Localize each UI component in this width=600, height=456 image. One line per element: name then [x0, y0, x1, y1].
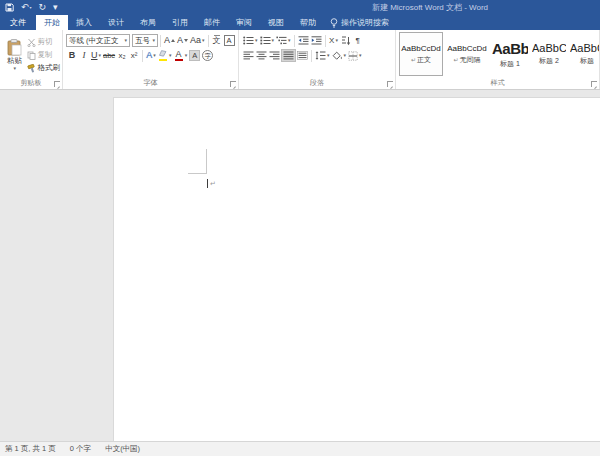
character-shading-button[interactable]: A — [188, 49, 201, 62]
text-highlight-button[interactable]: ▾ — [157, 49, 173, 62]
style-heading1[interactable]: AaBbC 标题 1 — [491, 32, 529, 76]
shrink-arrow-icon — [184, 39, 188, 42]
change-case-dropdown-icon[interactable]: ▾ — [202, 38, 205, 43]
bullets-dropdown-icon[interactable]: ▾ — [255, 38, 258, 43]
styles-dialog-launcher[interactable] — [591, 81, 597, 87]
shading-button[interactable]: ▾ — [331, 49, 348, 62]
distribute-button[interactable] — [296, 49, 309, 62]
style-title[interactable]: AaBbC 标题 — [569, 32, 600, 76]
tab-insert[interactable]: 插入 — [68, 15, 100, 30]
style-normal[interactable]: AaBbCcDd ↵正文 — [399, 32, 443, 76]
paragraph-dialog-launcher[interactable] — [387, 81, 393, 87]
align-right-button[interactable] — [268, 49, 281, 62]
style-preview: AaBbCcDd — [401, 44, 441, 53]
clipboard-dialog-launcher[interactable] — [54, 81, 60, 87]
multilevel-list-icon — [276, 36, 287, 45]
shading-bucket-icon — [332, 51, 343, 61]
font-size-value: 五号 — [135, 36, 150, 46]
paste-dropdown-icon[interactable]: ▾ — [13, 66, 16, 71]
style-label: 标题 1 — [500, 59, 520, 69]
tab-references[interactable]: 引用 — [164, 15, 196, 30]
tab-home[interactable]: 开始 — [36, 15, 68, 30]
align-center-button[interactable] — [255, 49, 268, 62]
tab-mailings[interactable]: 邮件 — [196, 15, 228, 30]
distribute-icon — [297, 51, 308, 60]
format-painter-icon — [27, 64, 36, 73]
strikethrough-button[interactable]: abc — [102, 49, 116, 62]
undo-dropdown-icon[interactable]: ▾ — [30, 6, 32, 10]
page-number-indicator[interactable]: 第 1 页, 共 1 页 — [5, 444, 56, 454]
character-border-button[interactable]: A — [223, 34, 236, 47]
customize-quick-access-button[interactable]: ▾ — [53, 3, 58, 12]
language-indicator[interactable]: 中文(中国) — [105, 444, 140, 454]
shrink-font-button[interactable]: A — [176, 34, 189, 47]
font-color-button[interactable]: A ▾ — [173, 49, 189, 62]
save-button[interactable] — [5, 3, 14, 12]
font-color-dropdown-icon[interactable]: ▾ — [185, 53, 188, 58]
grow-arrow-icon — [171, 39, 175, 42]
text-effects-dropdown-icon[interactable]: ▾ — [153, 53, 156, 58]
enclose-characters-button[interactable]: 字 — [201, 49, 214, 62]
undo-icon: ↶ — [21, 3, 29, 12]
tab-layout[interactable]: 布局 — [132, 15, 164, 30]
font-name-combo[interactable]: 等线 (中文正文 ▾ — [66, 34, 130, 47]
cut-button[interactable]: 剪切 — [27, 36, 61, 49]
style-heading2[interactable]: AaBbC 标题 2 — [531, 32, 567, 76]
tell-me-search[interactable]: 操作说明搜索 — [330, 15, 389, 30]
superscript-button[interactable]: x² — [128, 49, 140, 62]
word-count-indicator[interactable]: 0 个字 — [70, 444, 91, 454]
multilevel-list-button[interactable]: ▾ — [275, 34, 292, 47]
redo-button[interactable]: ↻ — [39, 3, 47, 12]
justify-button[interactable] — [281, 49, 296, 62]
line-spacing-dropdown-icon[interactable]: ▾ — [327, 53, 330, 58]
phonetic-guide-button[interactable]: 文 — [211, 34, 223, 47]
bold-button[interactable]: B — [66, 49, 78, 62]
borders-button[interactable]: ▾ — [347, 49, 363, 62]
subscript-button[interactable]: x₂ — [116, 49, 128, 62]
tab-view[interactable]: 视图 — [260, 15, 292, 30]
italic-button[interactable]: I — [78, 49, 90, 62]
style-preview: AaBbC — [532, 42, 566, 54]
highlight-dropdown-icon[interactable]: ▾ — [169, 53, 172, 58]
margin-crop-mark-horizontal — [188, 173, 207, 174]
clipboard-group-label: 剪贴板 — [0, 78, 62, 88]
copy-button[interactable]: 复制 — [27, 49, 61, 62]
style-preview: AaBbCcDd — [447, 44, 487, 53]
undo-button[interactable]: ↶ ▾ — [21, 3, 32, 12]
line-spacing-button[interactable]: ▾ — [314, 49, 331, 62]
borders-dropdown-icon[interactable]: ▾ — [359, 53, 362, 58]
decrease-indent-button[interactable] — [297, 34, 310, 47]
tab-design[interactable]: 设计 — [100, 15, 132, 30]
font-size-combo[interactable]: 五号 ▾ — [132, 34, 158, 47]
paragraph-group-label: 段落 — [239, 78, 395, 88]
font-dialog-launcher[interactable] — [230, 81, 236, 87]
numbering-dropdown-icon[interactable]: ▾ — [272, 38, 275, 43]
document-page[interactable]: ↵ — [113, 97, 600, 441]
style-preview: AaBbC — [492, 40, 528, 57]
format-painter-button[interactable]: 格式刷 — [27, 62, 61, 75]
tab-help[interactable]: 帮助 — [292, 15, 324, 30]
numbering-button[interactable]: ▾ — [259, 34, 276, 47]
grow-font-button[interactable]: A — [163, 34, 176, 47]
show-hide-marks-button[interactable]: ¶ — [352, 34, 364, 47]
asian-layout-dropdown-icon[interactable]: ▾ — [335, 38, 338, 43]
shrink-font-glyph: A — [177, 36, 183, 45]
style-no-spacing[interactable]: AaBbCcDd ↵无间隔 — [445, 32, 489, 76]
multilevel-dropdown-icon[interactable]: ▾ — [288, 38, 291, 43]
increase-indent-button[interactable] — [310, 34, 323, 47]
underline-dropdown-icon[interactable]: ▾ — [99, 53, 102, 58]
underline-button[interactable]: U ▾ — [90, 49, 102, 62]
asian-layout-button[interactable]: X ▾ — [328, 34, 340, 47]
sort-button[interactable] — [340, 34, 352, 47]
shading-dropdown-icon[interactable]: ▾ — [344, 53, 347, 58]
bullets-button[interactable]: ▾ — [242, 34, 259, 47]
tab-review[interactable]: 审阅 — [228, 15, 260, 30]
text-effects-button[interactable]: A ▾ — [145, 49, 157, 62]
change-case-button[interactable]: Aa ▾ — [189, 34, 206, 47]
font-size-dropdown-icon[interactable]: ▾ — [152, 38, 155, 43]
tab-file[interactable]: 文件 — [0, 15, 36, 30]
paste-button[interactable]: 粘贴 ▾ — [3, 33, 26, 77]
font-name-dropdown-icon[interactable]: ▾ — [124, 38, 127, 43]
align-left-button[interactable] — [242, 49, 255, 62]
align-left-icon — [243, 51, 254, 60]
